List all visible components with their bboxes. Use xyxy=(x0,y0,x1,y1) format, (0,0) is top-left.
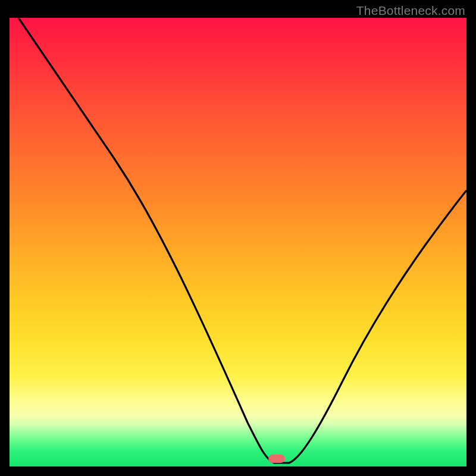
watermark-text: TheBottleneck.com xyxy=(356,4,465,18)
optimal-marker xyxy=(268,455,285,463)
bottleneck-curve xyxy=(10,18,466,466)
plot-area xyxy=(10,18,466,466)
curve-path xyxy=(18,18,466,463)
chart-frame: TheBottleneck.com xyxy=(0,0,476,476)
